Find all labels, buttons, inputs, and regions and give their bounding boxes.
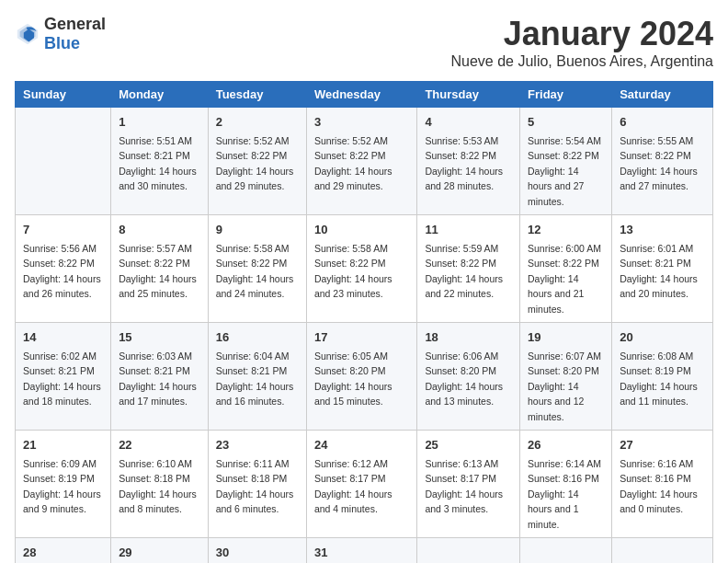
calendar-cell: 20 Sunrise: 6:08 AMSunset: 8:19 PMDaylig… bbox=[612, 323, 713, 431]
calendar-week-4: 28 Sunrise: 6:17 AMSunset: 8:15 PMDaylig… bbox=[16, 538, 713, 564]
day-info: Sunrise: 5:59 AMSunset: 8:22 PMDaylight:… bbox=[425, 243, 503, 300]
col-saturday: Saturday bbox=[612, 82, 713, 108]
day-number: 9 bbox=[216, 221, 299, 239]
calendar-cell bbox=[16, 108, 111, 215]
calendar-cell: 4 Sunrise: 5:53 AMSunset: 8:22 PMDayligh… bbox=[417, 108, 520, 215]
logo-general: General bbox=[44, 15, 106, 33]
calendar-cell: 27 Sunrise: 6:16 AMSunset: 8:16 PMDaylig… bbox=[612, 431, 713, 538]
calendar-cell: 10 Sunrise: 5:58 AMSunset: 8:22 PMDaylig… bbox=[306, 215, 416, 323]
calendar-week-1: 7 Sunrise: 5:56 AMSunset: 8:22 PMDayligh… bbox=[16, 215, 713, 323]
day-info: Sunrise: 6:03 AMSunset: 8:21 PMDaylight:… bbox=[119, 350, 197, 408]
calendar-cell: 9 Sunrise: 5:58 AMSunset: 8:22 PMDayligh… bbox=[208, 215, 306, 323]
calendar-cell: 22 Sunrise: 6:10 AMSunset: 8:18 PMDaylig… bbox=[111, 431, 209, 538]
day-number: 18 bbox=[425, 328, 512, 347]
calendar-cell: 8 Sunrise: 5:57 AMSunset: 8:22 PMDayligh… bbox=[111, 215, 209, 323]
header-row: Sunday Monday Tuesday Wednesday Thursday… bbox=[16, 82, 713, 108]
day-info: Sunrise: 5:57 AMSunset: 8:22 PMDaylight:… bbox=[119, 243, 197, 300]
header: General Blue January 2024 Nueve de Julio… bbox=[15, 15, 713, 70]
calendar-cell: 21 Sunrise: 6:09 AMSunset: 8:19 PMDaylig… bbox=[16, 431, 111, 538]
day-number: 24 bbox=[314, 436, 409, 454]
day-number: 7 bbox=[23, 221, 103, 239]
col-tuesday: Tuesday bbox=[208, 82, 306, 108]
day-info: Sunrise: 6:00 AMSunset: 8:22 PMDaylight:… bbox=[528, 243, 601, 315]
calendar-cell: 25 Sunrise: 6:13 AMSunset: 8:17 PMDaylig… bbox=[417, 431, 520, 538]
day-info: Sunrise: 6:12 AMSunset: 8:17 PMDaylight:… bbox=[314, 458, 392, 515]
day-info: Sunrise: 6:05 AMSunset: 8:20 PMDaylight:… bbox=[314, 350, 392, 408]
calendar-cell: 5 Sunrise: 5:54 AMSunset: 8:22 PMDayligh… bbox=[520, 108, 612, 215]
calendar-week-0: 1 Sunrise: 5:51 AMSunset: 8:21 PMDayligh… bbox=[16, 108, 713, 215]
calendar-cell: 19 Sunrise: 6:07 AMSunset: 8:20 PMDaylig… bbox=[520, 323, 612, 431]
calendar-cell: 16 Sunrise: 6:04 AMSunset: 8:21 PMDaylig… bbox=[208, 323, 306, 431]
day-info: Sunrise: 5:52 AMSunset: 8:22 PMDaylight:… bbox=[216, 135, 294, 192]
calendar-cell: 7 Sunrise: 5:56 AMSunset: 8:22 PMDayligh… bbox=[16, 215, 111, 323]
calendar-cell: 28 Sunrise: 6:17 AMSunset: 8:15 PMDaylig… bbox=[16, 538, 111, 564]
day-number: 13 bbox=[620, 221, 705, 239]
day-info: Sunrise: 5:58 AMSunset: 8:22 PMDaylight:… bbox=[216, 243, 294, 300]
calendar-cell bbox=[612, 538, 713, 564]
calendar-cell: 29 Sunrise: 6:18 AMSunset: 8:14 PMDaylig… bbox=[111, 538, 209, 564]
day-number: 15 bbox=[119, 328, 200, 347]
day-info: Sunrise: 6:10 AMSunset: 8:18 PMDaylight:… bbox=[119, 458, 197, 515]
calendar-cell: 30 Sunrise: 6:19 AMSunset: 8:14 PMDaylig… bbox=[208, 538, 306, 564]
calendar-cell: 26 Sunrise: 6:14 AMSunset: 8:16 PMDaylig… bbox=[520, 431, 612, 538]
day-info: Sunrise: 6:08 AMSunset: 8:19 PMDaylight:… bbox=[620, 350, 698, 408]
day-number: 21 bbox=[23, 436, 103, 454]
day-number: 2 bbox=[216, 113, 299, 132]
day-number: 25 bbox=[425, 436, 512, 454]
logo-blue: Blue bbox=[44, 34, 80, 52]
calendar-cell bbox=[520, 538, 612, 564]
col-monday: Monday bbox=[111, 82, 209, 108]
day-number: 22 bbox=[119, 436, 200, 454]
calendar-table: Sunday Monday Tuesday Wednesday Thursday… bbox=[15, 81, 713, 563]
calendar-cell bbox=[417, 538, 520, 564]
col-sunday: Sunday bbox=[16, 82, 111, 108]
day-number: 10 bbox=[314, 221, 409, 239]
title-area: January 2024 Nueve de Julio, Buenos Aire… bbox=[450, 15, 713, 70]
calendar-cell: 23 Sunrise: 6:11 AMSunset: 8:18 PMDaylig… bbox=[208, 431, 306, 538]
calendar-week-3: 21 Sunrise: 6:09 AMSunset: 8:19 PMDaylig… bbox=[16, 431, 713, 538]
calendar-cell: 12 Sunrise: 6:00 AMSunset: 8:22 PMDaylig… bbox=[520, 215, 612, 323]
calendar-cell: 13 Sunrise: 6:01 AMSunset: 8:21 PMDaylig… bbox=[612, 215, 713, 323]
day-number: 17 bbox=[314, 328, 409, 347]
calendar-week-2: 14 Sunrise: 6:02 AMSunset: 8:21 PMDaylig… bbox=[16, 323, 713, 431]
logo-icon bbox=[15, 21, 40, 47]
day-info: Sunrise: 6:01 AMSunset: 8:21 PMDaylight:… bbox=[620, 243, 698, 300]
day-info: Sunrise: 6:06 AMSunset: 8:20 PMDaylight:… bbox=[425, 350, 503, 408]
day-info: Sunrise: 6:07 AMSunset: 8:20 PMDaylight:… bbox=[528, 350, 601, 422]
logo: General Blue bbox=[15, 15, 106, 53]
day-info: Sunrise: 5:52 AMSunset: 8:22 PMDaylight:… bbox=[314, 135, 392, 192]
day-number: 20 bbox=[620, 328, 705, 347]
day-info: Sunrise: 6:13 AMSunset: 8:17 PMDaylight:… bbox=[425, 458, 503, 515]
day-info: Sunrise: 5:58 AMSunset: 8:22 PMDaylight:… bbox=[314, 243, 392, 300]
calendar-cell: 11 Sunrise: 5:59 AMSunset: 8:22 PMDaylig… bbox=[417, 215, 520, 323]
day-number: 28 bbox=[23, 544, 103, 562]
day-number: 23 bbox=[216, 436, 299, 454]
day-number: 31 bbox=[314, 544, 409, 562]
day-number: 12 bbox=[528, 221, 604, 239]
subtitle: Nueve de Julio, Buenos Aires, Argentina bbox=[450, 53, 713, 70]
day-number: 3 bbox=[314, 113, 409, 132]
day-number: 29 bbox=[119, 544, 200, 562]
calendar-cell: 17 Sunrise: 6:05 AMSunset: 8:20 PMDaylig… bbox=[306, 323, 416, 431]
day-number: 14 bbox=[23, 328, 103, 347]
main-title: January 2024 bbox=[450, 15, 713, 53]
day-number: 8 bbox=[119, 221, 200, 239]
day-info: Sunrise: 5:53 AMSunset: 8:22 PMDaylight:… bbox=[425, 135, 503, 192]
day-info: Sunrise: 5:51 AMSunset: 8:21 PMDaylight:… bbox=[119, 135, 197, 192]
calendar-cell: 1 Sunrise: 5:51 AMSunset: 8:21 PMDayligh… bbox=[111, 108, 209, 215]
day-number: 16 bbox=[216, 328, 299, 347]
calendar-cell: 18 Sunrise: 6:06 AMSunset: 8:20 PMDaylig… bbox=[417, 323, 520, 431]
day-info: Sunrise: 6:04 AMSunset: 8:21 PMDaylight:… bbox=[216, 350, 294, 408]
day-number: 19 bbox=[528, 328, 604, 347]
calendar-cell: 2 Sunrise: 5:52 AMSunset: 8:22 PMDayligh… bbox=[208, 108, 306, 215]
col-wednesday: Wednesday bbox=[306, 82, 416, 108]
day-number: 11 bbox=[425, 221, 512, 239]
calendar-cell: 3 Sunrise: 5:52 AMSunset: 8:22 PMDayligh… bbox=[306, 108, 416, 215]
day-info: Sunrise: 6:02 AMSunset: 8:21 PMDaylight:… bbox=[23, 350, 101, 408]
day-info: Sunrise: 6:16 AMSunset: 8:16 PMDaylight:… bbox=[620, 458, 698, 515]
day-number: 26 bbox=[528, 436, 604, 454]
calendar-cell: 6 Sunrise: 5:55 AMSunset: 8:22 PMDayligh… bbox=[612, 108, 713, 215]
col-friday: Friday bbox=[520, 82, 612, 108]
calendar-cell: 24 Sunrise: 6:12 AMSunset: 8:17 PMDaylig… bbox=[306, 431, 416, 538]
calendar-cell: 15 Sunrise: 6:03 AMSunset: 8:21 PMDaylig… bbox=[111, 323, 209, 431]
